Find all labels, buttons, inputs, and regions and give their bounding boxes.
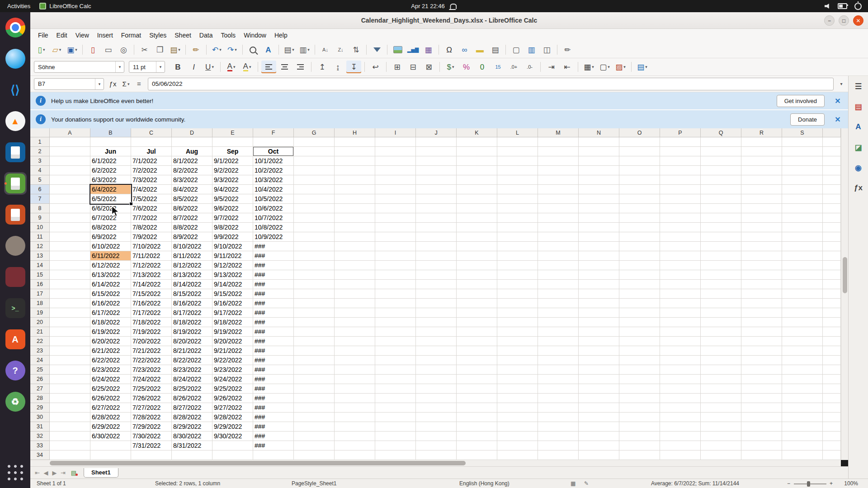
cell-G16[interactable] bbox=[294, 280, 335, 289]
cell-D22[interactable]: 8/20/2022 bbox=[172, 337, 212, 346]
expand-formula-bar-icon[interactable]: ▾ bbox=[836, 81, 846, 86]
cell-K24[interactable] bbox=[457, 356, 497, 365]
cell-O3[interactable] bbox=[619, 156, 660, 166]
close-button[interactable]: ✕ bbox=[853, 15, 863, 26]
cell-Q19[interactable] bbox=[701, 308, 741, 318]
cell-S21[interactable] bbox=[782, 327, 823, 337]
cell-Q2[interactable] bbox=[701, 147, 741, 156]
row-header-27[interactable]: 27 bbox=[30, 384, 50, 394]
column-header-Q[interactable]: Q bbox=[701, 128, 741, 137]
cell-F12[interactable]: ### bbox=[253, 242, 294, 251]
decrease-indent-icon[interactable]: ⇤ bbox=[560, 61, 575, 73]
cell-E2[interactable]: Sep bbox=[212, 147, 253, 156]
cell-A10[interactable] bbox=[50, 223, 90, 232]
cell-B24[interactable]: 6/22/2022 bbox=[90, 356, 131, 365]
cell-R9[interactable] bbox=[741, 213, 782, 223]
cell-L4[interactable] bbox=[497, 166, 538, 175]
cell-N17[interactable] bbox=[579, 289, 619, 299]
cell-A19[interactable] bbox=[50, 308, 90, 318]
cell-A23[interactable] bbox=[50, 346, 90, 356]
cell-Q13[interactable] bbox=[701, 251, 741, 261]
cell-A33[interactable] bbox=[50, 441, 90, 450]
cell-S31[interactable] bbox=[782, 422, 823, 432]
cell-F2[interactable]: Oct bbox=[253, 147, 294, 156]
split-window-icon[interactable]: ◫ bbox=[539, 43, 554, 56]
cell-G7[interactable] bbox=[294, 194, 335, 204]
cell-M32[interactable] bbox=[538, 432, 579, 441]
cell-S15[interactable] bbox=[782, 270, 823, 280]
cell-L12[interactable] bbox=[497, 242, 538, 251]
cell-H19[interactable] bbox=[335, 308, 375, 318]
cell-R18[interactable] bbox=[741, 299, 782, 308]
cell-A11[interactable] bbox=[50, 232, 90, 242]
cell-E5[interactable]: 9/3/2022 bbox=[212, 175, 253, 185]
cell-I5[interactable] bbox=[375, 175, 416, 185]
cell-R13[interactable] bbox=[741, 251, 782, 261]
cell-S28[interactable] bbox=[782, 394, 823, 403]
cell-F27[interactable]: ### bbox=[253, 384, 294, 394]
cell-Q17[interactable] bbox=[701, 289, 741, 299]
cell-D21[interactable]: 8/19/2022 bbox=[172, 327, 212, 337]
cell-A16[interactable] bbox=[50, 280, 90, 289]
cell-Q7[interactable] bbox=[701, 194, 741, 204]
cell-E27[interactable]: 9/25/2022 bbox=[212, 384, 253, 394]
cell-K28[interactable] bbox=[457, 394, 497, 403]
cell-G32[interactable] bbox=[294, 432, 335, 441]
font-name-combo[interactable]: Söhne ▾ bbox=[34, 61, 124, 73]
cell-L5[interactable] bbox=[497, 175, 538, 185]
cell-E34[interactable] bbox=[212, 450, 253, 460]
cell-K27[interactable] bbox=[457, 384, 497, 394]
cell-R16[interactable] bbox=[741, 280, 782, 289]
cell-E28[interactable]: 9/26/2022 bbox=[212, 394, 253, 403]
row-header-4[interactable]: 4 bbox=[30, 166, 50, 175]
cell-E33[interactable] bbox=[212, 441, 253, 450]
cell-I20[interactable] bbox=[375, 318, 416, 327]
cell-C9[interactable]: 7/7/2022 bbox=[131, 213, 172, 223]
chevron-down-icon[interactable]: ▾ bbox=[156, 61, 165, 72]
zoom-slider-thumb[interactable] bbox=[807, 481, 810, 487]
cell-J30[interactable] bbox=[416, 413, 457, 422]
cell-N21[interactable] bbox=[579, 327, 619, 337]
cell-O15[interactable] bbox=[619, 270, 660, 280]
cell-D17[interactable]: 8/15/2022 bbox=[172, 289, 212, 299]
cell-J14[interactable] bbox=[416, 261, 457, 270]
zoom-in-button[interactable]: + bbox=[830, 479, 833, 488]
cell-K8[interactable] bbox=[457, 204, 497, 213]
cell-S29[interactable] bbox=[782, 403, 823, 413]
cell-L28[interactable] bbox=[497, 394, 538, 403]
cell-I3[interactable] bbox=[375, 156, 416, 166]
column-header-S[interactable]: S bbox=[782, 128, 823, 137]
cell-D4[interactable]: 8/2/2022 bbox=[172, 166, 212, 175]
cell-B2[interactable]: Jun bbox=[90, 147, 131, 156]
menu-edit[interactable]: Edit bbox=[52, 30, 71, 40]
cell-A25[interactable] bbox=[50, 365, 90, 375]
cell-A15[interactable] bbox=[50, 270, 90, 280]
cell-S16[interactable] bbox=[782, 280, 823, 289]
cell-C1[interactable] bbox=[131, 137, 172, 147]
cell-C24[interactable]: 7/22/2022 bbox=[131, 356, 172, 365]
conditional-formatting-icon[interactable]: ▤▾ bbox=[635, 61, 650, 73]
dock-recycle-icon[interactable]: ♻ bbox=[4, 390, 27, 413]
insert-pivot-table-icon[interactable]: ▦ bbox=[421, 43, 436, 56]
cell-F20[interactable]: ### bbox=[253, 318, 294, 327]
cell-J22[interactable] bbox=[416, 337, 457, 346]
cell-B26[interactable]: 6/24/2022 bbox=[90, 375, 131, 384]
cell-P8[interactable] bbox=[660, 204, 701, 213]
cell-D11[interactable]: 8/9/2022 bbox=[172, 232, 212, 242]
cell-H18[interactable] bbox=[335, 299, 375, 308]
cell-F34[interactable] bbox=[253, 450, 294, 460]
cell-B14[interactable]: 6/12/2022 bbox=[90, 261, 131, 270]
select-function-icon[interactable]: Σ▾ bbox=[120, 78, 132, 90]
cell-F15[interactable]: ### bbox=[253, 270, 294, 280]
cell-A1[interactable] bbox=[50, 137, 90, 147]
column-header-F[interactable]: F bbox=[253, 128, 294, 137]
find-and-replace-icon[interactable] bbox=[245, 43, 260, 56]
cell-Q22[interactable] bbox=[701, 337, 741, 346]
cell-B6[interactable]: 6/4/2022 bbox=[90, 185, 131, 194]
cell-L23[interactable] bbox=[497, 346, 538, 356]
cell-K7[interactable] bbox=[457, 194, 497, 204]
cell-G17[interactable] bbox=[294, 289, 335, 299]
cell-A21[interactable] bbox=[50, 327, 90, 337]
cell-D28[interactable]: 8/26/2022 bbox=[172, 394, 212, 403]
cell-D26[interactable]: 8/24/2022 bbox=[172, 375, 212, 384]
